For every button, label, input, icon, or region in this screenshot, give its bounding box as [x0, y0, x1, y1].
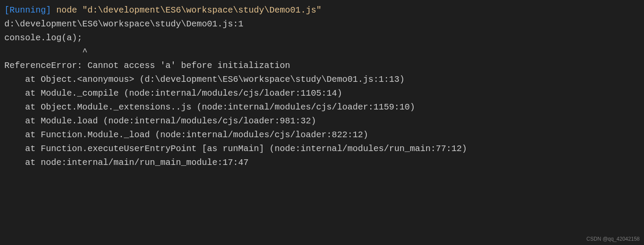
error-code-line: console.log(a); — [4, 31, 640, 45]
running-tag: [Running] — [4, 5, 51, 15]
terminal-output: [Running] node "d:\development\ES6\works… — [4, 3, 640, 170]
stack-line: at Function.Module._load (node:internal/… — [4, 128, 640, 142]
node-command: node "d:\development\ES6\workspace\study… — [51, 5, 321, 15]
running-line: [Running] node "d:\development\ES6\works… — [4, 3, 640, 17]
watermark: CSDN @qq_42042158 — [586, 235, 640, 243]
stack-line: at node:internal/main/run_main_module:17… — [4, 156, 640, 170]
caret-line: ^ — [4, 45, 640, 59]
stack-line: at Object.<anonymous> (d:\development\ES… — [4, 73, 640, 87]
error-location-line: d:\development\ES6\workspace\study\Demo0… — [4, 17, 640, 31]
stack-line: at Module.load (node:internal/modules/cj… — [4, 114, 640, 128]
error-message-line: ReferenceError: Cannot access 'a' before… — [4, 59, 640, 73]
stack-line: at Object.Module._extensions..js (node:i… — [4, 100, 640, 114]
stack-line: at Module._compile (node:internal/module… — [4, 87, 640, 100]
stack-line: at Function.executeUserEntryPoint [as ru… — [4, 142, 640, 156]
